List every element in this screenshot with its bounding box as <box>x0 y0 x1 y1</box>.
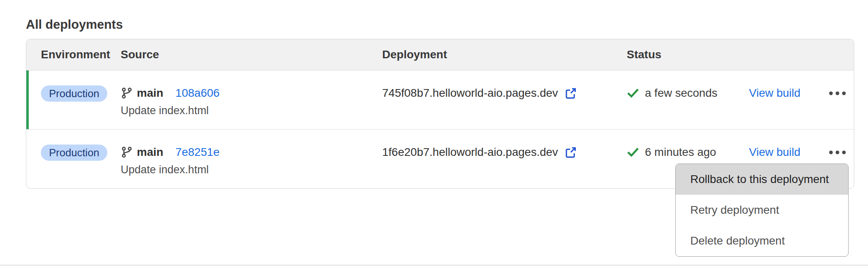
source-cell: main 7e8251e Update index.html <box>121 130 382 176</box>
kebab-menu-icon <box>829 91 833 95</box>
column-header-environment: Environment <box>41 48 121 61</box>
source-cell: main 108a606 Update index.html <box>121 70 382 117</box>
commit-link[interactable]: 7e8251e <box>175 146 219 159</box>
external-link-icon[interactable] <box>564 87 577 100</box>
git-branch-icon <box>121 87 133 99</box>
deployment-actions-button[interactable] <box>828 89 847 98</box>
actions-cell <box>828 130 854 160</box>
column-header-deployment: Deployment <box>382 48 627 61</box>
check-icon <box>627 87 639 100</box>
view-build-link[interactable]: View build <box>749 146 800 159</box>
environment-badge: Production <box>41 85 107 102</box>
view-build-cell: View build <box>749 130 828 160</box>
deployment-actions-button[interactable] <box>828 148 847 157</box>
active-deployment-accent-bar <box>26 70 29 129</box>
commit-message: Update index.html <box>121 164 382 176</box>
view-build-cell: View build <box>749 70 828 101</box>
environment-cell: Production <box>41 70 121 102</box>
branch-name: main <box>137 146 163 159</box>
status-cell: a few seconds <box>627 70 749 101</box>
actions-cell <box>828 70 854 101</box>
deployment-cell: 745f08b7.helloworld-aio.pages.dev <box>382 70 627 101</box>
deployment-url: 1f6e20b7.helloworld-aio.pages.dev <box>382 146 558 159</box>
deployment-cell: 1f6e20b7.helloworld-aio.pages.dev <box>382 130 627 160</box>
external-link-icon[interactable] <box>564 146 577 159</box>
git-branch-icon <box>121 146 133 158</box>
menu-item-delete[interactable]: Delete deployment <box>676 225 848 256</box>
status-time: 6 minutes ago <box>645 146 716 159</box>
deployment-url: 745f08b7.helloworld-aio.pages.dev <box>382 87 558 100</box>
page-bottom-divider <box>0 265 868 266</box>
status-time: a few seconds <box>645 87 717 100</box>
environment-cell: Production <box>41 130 121 161</box>
menu-item-retry[interactable]: Retry deployment <box>676 195 848 225</box>
commit-link[interactable]: 108a606 <box>175 87 219 100</box>
view-build-link[interactable]: View build <box>749 87 800 100</box>
table-header-row: Environment Source Deployment Status <box>26 39 854 70</box>
menu-item-rollback[interactable]: Rollback to this deployment <box>676 164 848 195</box>
commit-message: Update index.html <box>121 104 382 117</box>
kebab-menu-icon <box>829 151 833 154</box>
check-icon <box>627 146 639 159</box>
column-header-source: Source <box>121 48 382 61</box>
environment-badge: Production <box>41 145 107 161</box>
deployment-actions-menu: Rollback to this deployment Retry deploy… <box>675 164 849 257</box>
branch-name: main <box>137 87 163 100</box>
column-header-status: Status <box>627 48 749 61</box>
table-row: Production main 108a606 Update index.htm… <box>26 70 854 129</box>
status-cell: 6 minutes ago <box>627 130 749 160</box>
page-title: All deployments <box>26 17 123 32</box>
